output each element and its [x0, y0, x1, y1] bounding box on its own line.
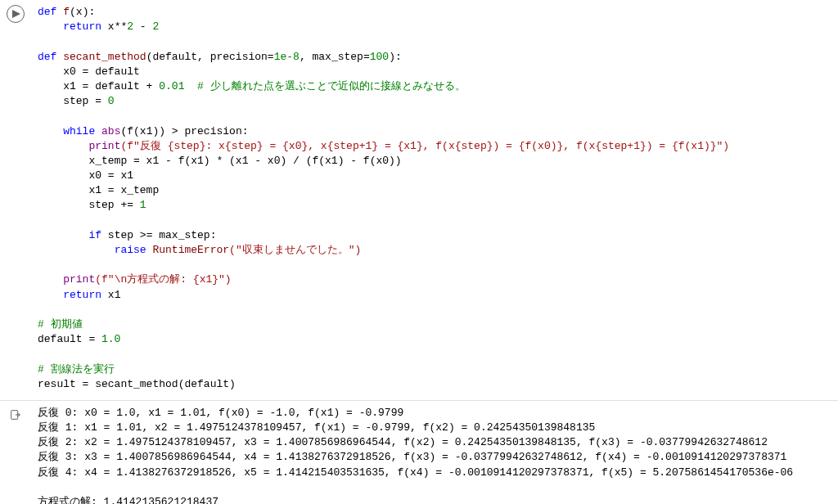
- function-name: f: [63, 6, 70, 18]
- output-text: 反復 0: x0 = 1.0, x1 = 1.01, f(x0) = -1.0,…: [31, 404, 838, 504]
- output-arrow-icon: [9, 408, 22, 421]
- cell-gutter: [0, 3, 31, 394]
- output-indicator[interactable]: [7, 406, 25, 424]
- output-gutter: [0, 404, 31, 504]
- keyword-def: def: [38, 6, 56, 18]
- code-cell: def f(x): return x**2 - 2 def secant_met…: [0, 0, 838, 397]
- run-button[interactable]: [7, 5, 25, 23]
- output-cell: 反復 0: x0 = 1.0, x1 = 1.01, f(x0) = -1.0,…: [0, 400, 838, 504]
- play-icon: [12, 10, 20, 18]
- code-editor[interactable]: def f(x): return x**2 - 2 def secant_met…: [31, 3, 838, 394]
